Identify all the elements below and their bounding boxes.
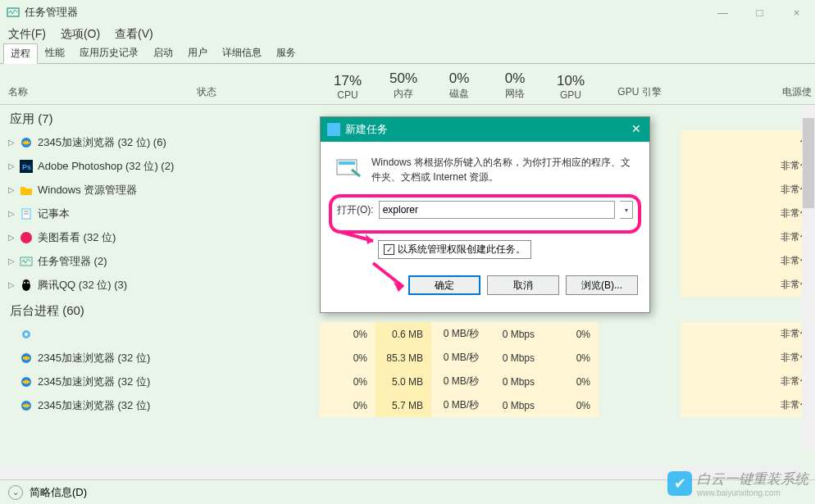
tab-users[interactable]: 用户 [180,43,215,63]
expand-icon[interactable]: ▷ [8,138,18,147]
header-gpu[interactable]: 10% GPU [543,64,599,104]
process-name: 记事本 [38,207,70,221]
process-row[interactable]: 0% 0.6 MB 0 MB/秒 0 Mbps 0% 非常低 [0,322,815,346]
app-icon [20,231,33,244]
mem-cell: 5.7 MB [376,393,431,417]
svg-point-14 [25,333,28,336]
svg-text:Ps: Ps [22,163,31,171]
power-cell: 非常低 [681,322,815,346]
process-name: 2345加速浏览器 (32 位) (6) [38,135,166,150]
watermark-text: 白云一键重装系统 [697,470,808,488]
menu-view[interactable]: 查看(V) [112,25,157,43]
mem-cell: 85.3 MB [376,346,431,370]
power-cell: 非常低 [681,225,815,249]
ok-button[interactable]: 确定 [408,275,480,295]
power-cell: 非常低 [681,346,815,370]
cpu-cell: 0% [320,346,376,370]
watermark-url: www.baiyunxitong.com [697,488,808,497]
power-cell: 非常低 [681,249,815,273]
process-name: 2345加速浏览器 (32 位) [38,351,150,366]
expand-icon[interactable]: ▷ [8,233,18,242]
process-name: 美图看看 (32 位) [38,230,116,245]
header-status[interactable]: 状态 [197,64,320,104]
admin-checkbox-row[interactable]: ✓ 以系统管理权限创建此任务。 [378,240,531,259]
header-name[interactable]: 名称 [0,64,197,104]
menu-file[interactable]: 文件(F) [5,25,49,43]
minimize-button[interactable]: — [704,0,741,25]
app-icon [20,328,33,341]
gpuengine-cell [599,322,681,346]
run-icon [327,123,340,136]
close-button[interactable]: × [778,0,815,25]
net-cell: 0 Mbps [487,346,543,370]
expand-icon[interactable]: ▷ [8,209,18,218]
process-row[interactable]: 2345加速浏览器 (32 位) 0% 85.3 MB 0 MB/秒 0 Mbp… [0,346,815,370]
net-cell: 0 Mbps [487,322,543,346]
expand-icon[interactable]: ▷ [8,257,18,266]
header-cpu[interactable]: 17% CPU [320,64,376,104]
admin-checkbox-label: 以系统管理权限创建此任务。 [398,243,526,257]
window-title: 任务管理器 [25,5,78,20]
app-icon [20,399,33,412]
power-cell: 非常低 [681,202,815,225]
net-cell: 0 Mbps [487,393,543,417]
dropdown-arrow-icon[interactable]: ▾ [620,201,633,219]
watermark: ✔ 白云一键重装系统 www.baiyunxitong.com [667,470,808,497]
browse-button[interactable]: 浏览(B)... [566,275,638,295]
highlight-annotation: 打开(O): ▾ [329,194,641,234]
header-net[interactable]: 0% 网络 [487,64,543,104]
tab-services[interactable]: 服务 [269,43,303,63]
open-input[interactable] [379,201,615,219]
app-icon [20,255,33,268]
disk-cell: 0 MB/秒 [431,370,487,393]
expand-icon[interactable]: ▷ [8,280,18,289]
app-icon [20,207,33,220]
gpu-cell: 0% [543,346,599,370]
tab-performance[interactable]: 性能 [38,43,72,63]
header-gpu-engine[interactable]: GPU 引擎 [599,64,681,104]
gpu-label: GPU [560,89,581,101]
net-label: 网络 [505,87,525,101]
process-row[interactable]: 2345加速浏览器 (32 位) 0% 5.7 MB 0 MB/秒 0 Mbps… [0,393,815,417]
expand-details-button[interactable]: ⌄ [8,485,23,500]
net-pct: 0% [505,70,526,87]
tab-processes[interactable]: 进程 [3,43,38,64]
scrollbar-thumb[interactable] [803,118,814,208]
mem-cell: 5.0 MB [376,370,431,393]
gpuengine-cell [599,370,681,393]
maximize-button[interactable]: □ [741,0,778,25]
new-task-dialog: 新建任务 ✕ Windows 将根据你所键入的名称，为你打开相应的程序、文件夹、… [320,116,650,313]
tab-history[interactable]: 应用历史记录 [72,43,146,63]
gpuengine-cell [599,393,681,417]
dialog-close-button[interactable]: ✕ [628,120,644,137]
expand-icon[interactable]: ▷ [8,161,18,170]
header-mem[interactable]: 50% 内存 [376,64,431,104]
header-disk[interactable]: 0% 磁盘 [431,64,487,104]
gpu-pct: 10% [557,73,585,89]
tab-details[interactable]: 详细信息 [215,43,269,63]
admin-checkbox[interactable]: ✓ [384,244,394,255]
cpu-pct: 17% [334,73,362,89]
gpuengine-cell [599,346,681,370]
titlebar: 任务管理器 — □ × [0,0,815,25]
svg-point-7 [20,232,32,243]
expand-icon[interactable]: ▷ [8,185,18,194]
cpu-label: CPU [337,89,357,101]
brief-info-label[interactable]: 简略信息(D) [30,485,87,500]
cpu-cell: 0% [320,393,376,417]
svg-rect-19 [339,161,355,165]
dialog-titlebar[interactable]: 新建任务 ✕ [321,117,649,142]
menu-options[interactable]: 选项(O) [57,25,103,43]
watermark-icon: ✔ [667,471,692,496]
cancel-button[interactable]: 取消 [487,275,559,295]
disk-pct: 0% [449,70,470,87]
gpu-cell: 0% [543,370,599,393]
mem-label: 内存 [394,87,413,101]
disk-label: 磁盘 [449,87,469,101]
disk-cell: 0 MB/秒 [431,322,487,346]
process-name: 腾讯QQ (32 位) (3) [38,278,127,293]
process-row[interactable]: 2345加速浏览器 (32 位) 0% 5.0 MB 0 MB/秒 0 Mbps… [0,370,815,393]
header-power[interactable]: 电源使 [681,64,815,104]
tab-startup[interactable]: 启动 [146,43,180,63]
vertical-scrollbar[interactable] [802,105,815,449]
